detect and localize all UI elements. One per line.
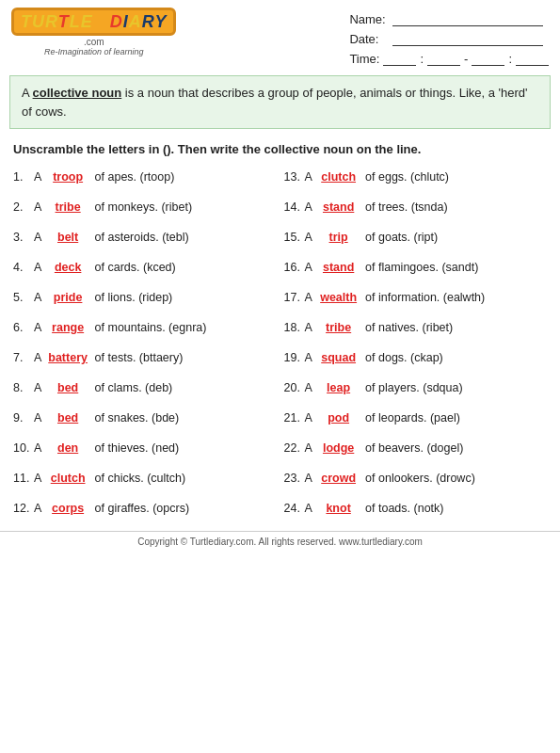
question-item: 18.A tribe of natives. (ribet): [280, 312, 552, 343]
question-prefix: A: [34, 411, 44, 425]
question-number: 22.: [284, 439, 305, 457]
question-item: 7.A battery of tests. (bttaery): [9, 343, 280, 373]
question-text: A knot of toads. (notk): [305, 499, 548, 518]
question-prefix: A: [34, 261, 44, 274]
question-prefix: A: [305, 291, 315, 304]
question-suffix: of chicks. (cultch): [91, 472, 185, 485]
name-fields: Name: Date: Time: : - :: [349, 8, 549, 66]
question-text: A clutch of chicks. (cultch): [34, 469, 277, 488]
question-prefix: A: [305, 472, 315, 485]
time-colon2: :: [508, 52, 512, 66]
question-item: 6.A range of mountains. (egnra): [9, 312, 280, 343]
question-suffix: of information. (ealwth): [362, 291, 486, 304]
question-item: 5.A pride of lions. (ridep): [9, 282, 280, 312]
answer: wealth: [318, 288, 360, 307]
question-suffix: of onlookers. (drowc): [362, 472, 475, 485]
question-item: 20.A leap of players. (sdqua): [280, 373, 552, 403]
question-prefix: A: [305, 441, 315, 455]
question-text: A squad of dogs. (ckap): [305, 348, 548, 367]
answer: range: [47, 318, 88, 337]
question-item: 14.A stand of trees. (tsnda): [280, 192, 552, 222]
logo-dotcom: .com: [84, 37, 104, 47]
name-row: Name:: [349, 11, 549, 26]
answer: stand: [318, 258, 360, 277]
question-number: 9.: [13, 409, 34, 427]
question-prefix: A: [305, 261, 315, 274]
question-text: A troop of apes. (rtoop): [34, 168, 277, 186]
question-item: 16.A stand of flamingoes. (sandt): [280, 252, 552, 282]
question-item: 17.A wealth of information. (ealwth): [280, 282, 552, 312]
question-item: 23.A crowd of onlookers. (drowc): [280, 463, 552, 493]
question-item: 13.A clutch of eggs. (chlutc): [280, 162, 552, 192]
question-prefix: A: [305, 411, 315, 425]
question-item: 8.A bed of clams. (deb): [9, 373, 280, 403]
question-number: 18.: [284, 318, 305, 337]
time-colon: :: [420, 52, 424, 66]
time-line-2: [427, 51, 460, 66]
question-text: A wealth of information. (ealwth): [305, 288, 548, 307]
questions-area: 1.A troop of apes. (rtoop)2.A tribe of m…: [0, 160, 560, 525]
question-item: 19.A squad of dogs. (ckap): [280, 343, 552, 373]
question-number: 2.: [13, 198, 34, 216]
definition-box: A collective noun is a noun that describ…: [9, 75, 551, 129]
answer: pride: [47, 288, 88, 307]
question-text: A range of mountains. (egnra): [34, 318, 277, 337]
question-item: 3.A belt of asteroids. (tebl): [9, 222, 280, 252]
answer: pod: [318, 409, 360, 427]
question-prefix: A: [34, 381, 44, 394]
question-suffix: of eggs. (chlutc): [362, 170, 449, 184]
answer: den: [47, 439, 88, 457]
question-item: 2.A tribe of monkeys. (ribet): [9, 192, 280, 222]
question-suffix: of snakes. (bde): [91, 411, 179, 425]
question-text: A tribe of monkeys. (ribet): [34, 198, 277, 216]
question-number: 5.: [13, 288, 34, 307]
question-item: 11.A clutch of chicks. (cultch): [9, 463, 280, 493]
question-suffix: of apes. (rtoop): [91, 170, 174, 184]
question-prefix: A: [34, 441, 44, 455]
answer: bed: [47, 378, 88, 397]
logo-area: TURTLE DIARY .com Re-Imagination of lear…: [11, 8, 176, 56]
question-text: A pod of leopards. (pael): [305, 409, 548, 427]
question-text: A bed of snakes. (bde): [34, 409, 277, 427]
question-item: 9.A bed of snakes. (bde): [9, 403, 280, 433]
answer: trip: [318, 228, 360, 247]
question-number: 8.: [13, 378, 34, 397]
answer: crowd: [318, 469, 360, 488]
question-suffix: of leopards. (pael): [362, 411, 460, 425]
question-prefix: A: [34, 170, 44, 184]
footer: Copyright © Turtlediary.com. All rights …: [0, 531, 560, 552]
question-item: 21.A pod of leopards. (pael): [280, 403, 552, 433]
question-text: A pride of lions. (ridep): [34, 288, 277, 307]
question-number: 6.: [13, 318, 34, 337]
question-suffix: of dogs. (ckap): [362, 351, 443, 364]
answer: squad: [318, 348, 360, 367]
question-prefix: A: [34, 502, 44, 515]
answer: deck: [47, 258, 88, 277]
question-text: A battery of tests. (bttaery): [34, 348, 277, 367]
answer: clutch: [318, 168, 360, 186]
question-suffix: of beavers. (dogel): [362, 441, 464, 455]
header: TURTLE DIARY .com Re-Imagination of lear…: [0, 0, 560, 70]
question-text: A corps of giraffes. (opcrs): [34, 499, 277, 518]
answer: tribe: [318, 318, 360, 337]
question-text: A deck of cards. (kced): [34, 258, 277, 277]
question-suffix: of tests. (bttaery): [91, 351, 183, 364]
question-number: 1.: [13, 168, 34, 186]
question-text: A leap of players. (sdqua): [305, 378, 548, 397]
question-prefix: A: [305, 351, 315, 364]
question-number: 16.: [284, 258, 305, 277]
question-suffix: of players. (sdqua): [362, 381, 463, 394]
question-text: A clutch of eggs. (chlutc): [305, 168, 548, 186]
question-prefix: A: [305, 200, 315, 214]
question-number: 21.: [284, 409, 305, 427]
time-row: Time: : - :: [349, 51, 549, 66]
question-prefix: A: [305, 502, 315, 515]
question-suffix: of cards. (kced): [91, 261, 176, 274]
logo-tagline: Re-Imagination of learning: [44, 47, 144, 56]
question-prefix: A: [34, 321, 44, 334]
question-item: 15.A trip of goats. (ript): [280, 222, 552, 252]
time-line-1: [383, 51, 416, 66]
question-suffix: of goats. (ript): [362, 231, 439, 244]
question-suffix: of natives. (ribet): [362, 321, 454, 334]
question-prefix: A: [305, 231, 315, 244]
